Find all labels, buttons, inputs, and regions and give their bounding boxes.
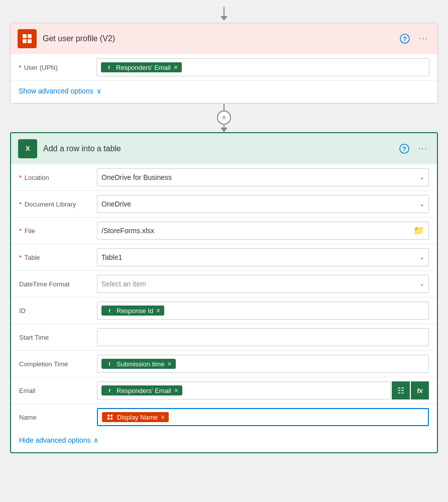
token-close-submission[interactable]: ×: [167, 360, 171, 367]
hide-advanced-options-link[interactable]: Hide advanced options ∧: [11, 430, 437, 446]
token-response-id: f Response Id ×: [101, 306, 164, 316]
input-file[interactable]: /StoreForms.xlsx 📁: [97, 222, 429, 240]
token-text: Responders' Email: [116, 64, 171, 71]
forms-icon-1: f: [105, 63, 113, 71]
svg-rect-3: [28, 39, 32, 43]
svg-text:?: ?: [403, 36, 406, 43]
document-library-chevron-icon: ⌄: [419, 200, 424, 208]
card1-more-button[interactable]: ···: [417, 32, 430, 45]
form-row-table: * Table Table1 ⌄: [11, 244, 437, 271]
file-value: /StoreForms.xlsx: [101, 227, 154, 235]
card1-title: Get user profile (V2): [43, 34, 398, 43]
input-start-time[interactable]: [97, 328, 429, 346]
plus-circle-button[interactable]: +: [217, 111, 231, 125]
svg-rect-21: [107, 418, 109, 420]
datetime-chevron-icon: ⌄: [419, 280, 424, 287]
form-row-user-upn: * User (UPN) f Responders' Email ×: [11, 54, 437, 81]
hide-advanced-text: Hide advanced options: [19, 436, 90, 444]
hide-advanced-chevron: ∧: [93, 436, 98, 444]
label-document-library: * Document Library: [19, 200, 97, 208]
form-row-completion-time: Completion Time f Submission time ×: [11, 351, 437, 377]
label-start-time: Start Time: [19, 334, 97, 341]
token-submission-time: f Submission time ×: [101, 359, 176, 369]
label-datetime-format: DateTime Format: [19, 280, 97, 288]
show-advanced-options-link[interactable]: Show advanced options ∨: [11, 81, 437, 97]
select-table[interactable]: Table1 ⌄: [97, 248, 429, 266]
office-app-icon: [18, 29, 37, 48]
label-name: Name: [19, 414, 97, 421]
excel-app-icon: X: [18, 139, 37, 158]
document-library-value: OneDrive: [101, 200, 131, 208]
card2-more-button[interactable]: ···: [416, 142, 430, 155]
svg-rect-22: [110, 418, 113, 420]
table-value: Table1: [101, 253, 122, 261]
select-document-library[interactable]: OneDrive ⌄: [97, 195, 429, 213]
card2-body: * Location OneDrive for Business ⌄ * Doc…: [11, 164, 437, 452]
form-row-name: Name Display Name ×: [11, 404, 437, 430]
svg-rect-0: [23, 34, 27, 38]
card1-actions: ? ···: [398, 32, 430, 46]
label-file: * File: [19, 227, 97, 235]
forms-icon-email: f: [105, 386, 114, 394]
input-id[interactable]: f Response Id ×: [97, 302, 429, 320]
token-responders-email-2: f Responders' Email ×: [101, 385, 182, 395]
label-id: ID: [19, 307, 97, 315]
card2-header: X Add a row into a table ? ···: [11, 133, 437, 164]
form-row-datetime-format: DateTime Format Select an item ⌄: [11, 271, 437, 297]
forms-icon-id: f: [105, 307, 114, 315]
card1-help-button[interactable]: ?: [398, 32, 412, 46]
form-row-file: * File /StoreForms.xlsx 📁: [11, 218, 437, 244]
form-row-id: ID f Response Id ×: [11, 297, 437, 324]
token-close-1[interactable]: ×: [174, 64, 178, 71]
email-action-filter-button[interactable]: ☷: [392, 381, 410, 399]
card-add-row-table: X Add a row into a table ? ··· * Locatio…: [10, 132, 438, 453]
show-advanced-chevron: ∨: [96, 87, 101, 95]
email-action-fx-button[interactable]: fx: [411, 381, 429, 399]
file-folder-icon[interactable]: 📁: [413, 225, 424, 236]
select-datetime-format[interactable]: Select an item ⌄: [97, 275, 429, 293]
token-display-name: Display Name ×: [102, 412, 169, 422]
required-star: *: [19, 64, 21, 71]
token-close-id[interactable]: ×: [156, 307, 160, 314]
svg-rect-1: [28, 34, 32, 38]
input-completion-time[interactable]: f Submission time ×: [97, 355, 429, 373]
token-text-name: Display Name: [117, 414, 158, 421]
connector-plus: +: [217, 104, 231, 132]
card2-title: Add a row into a table: [43, 144, 397, 153]
svg-text:X: X: [26, 145, 30, 152]
label-completion-time: Completion Time: [19, 360, 97, 368]
token-close-name[interactable]: ×: [161, 414, 165, 421]
table-chevron-icon: ⌄: [419, 254, 424, 261]
input-email[interactable]: f Responders' Email ×: [97, 381, 391, 399]
label-location: * Location: [19, 174, 97, 181]
form-row-start-time: Start Time: [11, 324, 437, 351]
token-responders-email-1: f Responders' Email ×: [101, 62, 182, 72]
connector-line-top: [223, 104, 225, 111]
arrow-head: [220, 16, 228, 21]
location-value: OneDrive for Business: [101, 173, 172, 181]
token-text-id: Response Id: [117, 307, 153, 315]
input-user-upn[interactable]: f Responders' Email ×: [96, 58, 429, 76]
token-text-submission: Submission time: [117, 360, 164, 368]
office-icon-name: [106, 413, 114, 421]
form-row-document-library: * Document Library OneDrive ⌄: [11, 191, 437, 218]
forms-icon-submission: f: [105, 360, 114, 368]
label-email: Email: [19, 387, 97, 394]
svg-text:?: ?: [402, 146, 406, 153]
plus-icon: +: [221, 113, 227, 123]
card1-header: Get user profile (V2) ? ···: [11, 23, 437, 54]
card1-body: * User (UPN) f Responders' Email × Show …: [11, 54, 437, 103]
token-close-email[interactable]: ×: [174, 387, 178, 394]
label-table: * Table: [19, 254, 97, 261]
select-location[interactable]: OneDrive for Business ⌄: [97, 168, 429, 186]
form-row-email: Email f Responders' Email × ☷: [11, 377, 437, 404]
card2-help-button[interactable]: ?: [397, 142, 411, 156]
label-user-upn: * User (UPN): [19, 64, 96, 71]
top-connector-arrow: [220, 7, 228, 21]
token-text-email: Responders' Email: [117, 387, 171, 394]
show-advanced-text: Show advanced options: [19, 87, 93, 95]
card-get-user-profile: Get user profile (V2) ? ··· * User (UPN): [10, 23, 438, 104]
svg-rect-18: [106, 414, 114, 421]
datetime-format-value: Select an item: [101, 280, 146, 288]
input-name[interactable]: Display Name ×: [97, 408, 429, 426]
